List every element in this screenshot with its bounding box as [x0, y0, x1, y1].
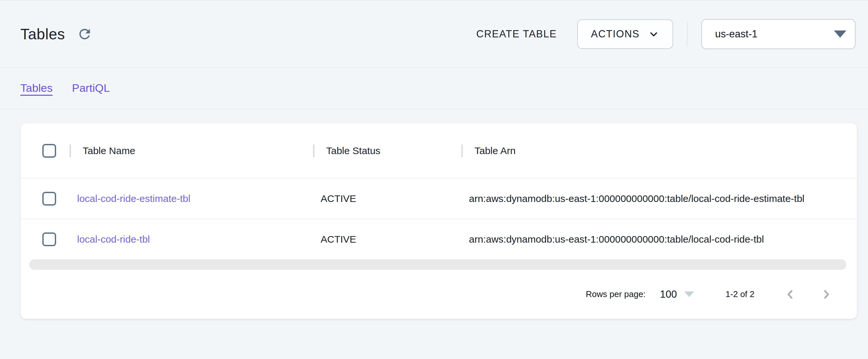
- chevron-down-icon: [648, 29, 659, 40]
- table-row: local-cod-ride-estimate-tbl ACTIVE arn:a…: [21, 178, 857, 219]
- table-name-link[interactable]: local-cod-ride-estimate-tbl: [77, 193, 190, 204]
- header-divider: [687, 21, 687, 47]
- tables-card: Table Name Table Status Table Arn local-…: [20, 123, 857, 319]
- region-select-value: us-east-1: [715, 28, 757, 40]
- chevron-left-icon: [784, 288, 797, 301]
- next-page-button[interactable]: [820, 288, 833, 301]
- chevron-right-icon: [820, 288, 833, 301]
- column-header-table-status: Table Status: [313, 144, 461, 157]
- column-divider: [461, 144, 463, 157]
- previous-page-button[interactable]: [784, 288, 797, 301]
- table-row: local-cod-ride-tbl ACTIVE arn:aws:dynamo…: [21, 219, 857, 259]
- table-name-link[interactable]: local-cod-ride-tbl: [77, 234, 150, 244]
- create-table-button[interactable]: CREATE TABLE: [476, 28, 557, 40]
- rows-per-page-select[interactable]: 100: [660, 289, 694, 300]
- horizontal-scrollbar-track: [29, 259, 846, 270]
- region-select[interactable]: us-east-1: [701, 19, 856, 49]
- select-all-checkbox[interactable]: [42, 144, 56, 158]
- row-checkbox[interactable]: [42, 192, 56, 205]
- row-checkbox[interactable]: [42, 232, 56, 246]
- table-arn-cell: arn:aws:dynamodb:us-east-1:000000000000:…: [461, 193, 857, 204]
- table-header-row: Table Name Table Status Table Arn: [21, 123, 857, 178]
- column-header-table-name: Table Name: [69, 144, 313, 157]
- refresh-icon: [77, 26, 93, 42]
- actions-dropdown-button[interactable]: ACTIONS: [577, 19, 673, 49]
- actions-button-label: ACTIONS: [591, 28, 640, 40]
- tab-bar: Tables PartiQL: [0, 68, 868, 109]
- column-divider: [69, 144, 71, 157]
- rows-per-page-value: 100: [660, 289, 677, 300]
- column-divider: [313, 144, 314, 157]
- column-header-table-arn: Table Arn: [461, 144, 857, 157]
- pagination-bar: Rows per page: 100 1-2 of 2: [21, 270, 857, 319]
- tab-partiql[interactable]: PartiQL: [72, 81, 110, 94]
- tab-tables[interactable]: Tables: [20, 81, 53, 94]
- rows-per-page-label: Rows per page:: [586, 289, 646, 299]
- table-status-cell: ACTIVE: [313, 193, 461, 204]
- pagination-range-label: 1-2 of 2: [725, 289, 754, 299]
- table-arn-cell: arn:aws:dynamodb:us-east-1:000000000000:…: [461, 234, 857, 245]
- dropdown-triangle-icon: [684, 291, 694, 297]
- horizontal-scrollbar-thumb[interactable]: [29, 259, 846, 270]
- page-header: Tables CREATE TABLE ACTIONS us-east-1: [0, 1, 868, 68]
- page-title: Tables: [20, 25, 65, 43]
- refresh-button[interactable]: [76, 26, 93, 43]
- table-status-cell: ACTIVE: [313, 234, 461, 245]
- dropdown-triangle-icon: [834, 31, 846, 38]
